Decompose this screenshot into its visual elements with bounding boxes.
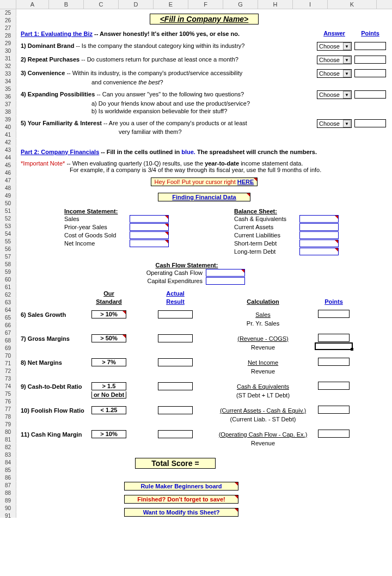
row-header-44[interactable]: 44 — [0, 154, 16, 162]
balance-input-2[interactable] — [299, 231, 339, 239]
row-header-51[interactable]: 51 — [0, 207, 16, 215]
balance-input-0[interactable] — [299, 215, 339, 223]
row-header-45[interactable]: 45 — [0, 162, 16, 169]
row-header-42[interactable]: 42 — [0, 139, 16, 146]
row-header-64[interactable]: 64 — [0, 307, 16, 314]
row-header-62[interactable]: 62 — [0, 291, 16, 299]
row-header-67[interactable]: 67 — [0, 329, 16, 337]
q2-dropdown[interactable]: Choose ▼ — [317, 56, 352, 64]
row-header-54[interactable]: 54 — [0, 230, 16, 238]
row-header-82[interactable]: 82 — [0, 444, 16, 451]
q1-points[interactable] — [354, 42, 386, 50]
selected-cell-outline[interactable] — [315, 342, 353, 350]
row-header-88[interactable]: 88 — [0, 489, 16, 497]
row-header-40[interactable]: 40 — [0, 124, 16, 131]
row-header-29[interactable]: 29 — [0, 40, 16, 47]
hint-cursor-here[interactable]: Hey Fool! Put your cursor right HERE — [151, 177, 258, 186]
row-header-56[interactable]: 56 — [0, 246, 16, 253]
row-header-85[interactable]: 85 — [0, 467, 16, 474]
col-header-G[interactable]: G — [223, 0, 258, 9]
row-header-36[interactable]: 36 — [0, 93, 16, 101]
metric-0-points[interactable] — [318, 310, 350, 318]
row-header-52[interactable]: 52 — [0, 215, 16, 223]
row-header-38[interactable]: 38 — [0, 108, 16, 116]
row-header-70[interactable]: 70 — [0, 352, 16, 360]
cashflow-input-1[interactable] — [206, 277, 245, 285]
row-header-60[interactable]: 60 — [0, 276, 16, 284]
row-header-65[interactable]: 65 — [0, 314, 16, 322]
col-header-F[interactable]: F — [188, 0, 223, 9]
row-header-77[interactable]: 77 — [0, 406, 16, 413]
row-header-90[interactable]: 90 — [0, 505, 16, 512]
q3-points[interactable] — [354, 69, 386, 77]
part1-link[interactable]: Part 1: Evaluating the Biz — [21, 30, 93, 37]
income-input-0[interactable] — [130, 215, 169, 223]
row-header-89[interactable]: 89 — [0, 497, 16, 505]
col-header-B[interactable]: B — [49, 0, 84, 9]
row-header-75[interactable]: 75 — [0, 390, 16, 398]
metric-3-points[interactable] — [318, 382, 350, 390]
col-header-I[interactable]: I — [293, 0, 328, 9]
row-header-31[interactable]: 31 — [0, 55, 16, 63]
footer-modify[interactable]: Want to Modify this Sheet? — [124, 508, 238, 517]
row-header-26[interactable]: 26 — [0, 17, 16, 24]
col-header-C[interactable]: C — [84, 0, 119, 9]
balance-input-1[interactable] — [299, 223, 339, 231]
metric-5-result[interactable] — [158, 430, 193, 438]
metric-1-points[interactable] — [318, 334, 350, 342]
fill-handle-icon[interactable] — [351, 348, 353, 351]
row-header-66[interactable]: 66 — [0, 322, 16, 329]
q4-dropdown[interactable]: Choose ▼ — [317, 90, 352, 99]
metric-3-result[interactable] — [158, 382, 193, 390]
metric-0-result[interactable] — [158, 310, 193, 318]
q1-dropdown[interactable]: Choose ▼ — [317, 42, 352, 51]
row-header-25[interactable]: 25 — [0, 9, 16, 17]
hint-finding-data[interactable]: Finding Financial Data — [158, 193, 250, 201]
q2-points[interactable] — [354, 56, 386, 64]
q4-points[interactable] — [354, 90, 386, 99]
row-header-48[interactable]: 48 — [0, 185, 16, 192]
row-header-33[interactable]: 33 — [0, 70, 16, 78]
row-header-32[interactable]: 32 — [0, 63, 16, 70]
part2-link[interactable]: Part 2: Company Financials — [21, 149, 99, 155]
metric-1-result[interactable] — [158, 334, 193, 342]
row-header-91[interactable]: 91 — [0, 512, 16, 518]
balance-input-4[interactable] — [299, 248, 339, 255]
cashflow-input-0[interactable] — [206, 269, 245, 277]
q5-dropdown[interactable]: Choose ▼ — [317, 119, 352, 128]
row-header-53[interactable]: 53 — [0, 223, 16, 230]
row-header-46[interactable]: 46 — [0, 169, 16, 177]
col-header-E[interactable]: E — [154, 0, 188, 9]
income-input-1[interactable] — [130, 223, 169, 231]
row-header-74[interactable]: 74 — [0, 383, 16, 390]
footer-save[interactable]: Finished? Don't forget to save! — [124, 495, 238, 504]
company-name-input[interactable]: <Fill in Company Name> — [150, 14, 259, 24]
row-header-34[interactable]: 34 — [0, 78, 16, 85]
row-header-57[interactable]: 57 — [0, 253, 16, 261]
row-header-80[interactable]: 80 — [0, 428, 16, 436]
col-header-K[interactable]: K — [328, 0, 377, 9]
row-header-30[interactable]: 30 — [0, 47, 16, 55]
row-header-61[interactable]: 61 — [0, 284, 16, 291]
metric-4-result[interactable] — [158, 406, 193, 414]
row-header-27[interactable]: 27 — [0, 24, 16, 32]
row-header-59[interactable]: 59 — [0, 268, 16, 276]
row-header-50[interactable]: 50 — [0, 200, 16, 207]
row-header-63[interactable]: 63 — [0, 299, 16, 307]
row-header-28[interactable]: 28 — [0, 32, 16, 40]
row-header-68[interactable]: 68 — [0, 337, 16, 345]
row-header-87[interactable]: 87 — [0, 482, 16, 489]
row-header-39[interactable]: 39 — [0, 116, 16, 124]
row-header-72[interactable]: 72 — [0, 367, 16, 375]
row-header-37[interactable]: 37 — [0, 101, 16, 108]
row-header-86[interactable]: 86 — [0, 474, 16, 482]
row-header-83[interactable]: 83 — [0, 451, 16, 459]
balance-input-3[interactable] — [299, 240, 339, 247]
q3-dropdown[interactable]: Choose ▼ — [317, 69, 352, 78]
q5-points[interactable] — [354, 119, 386, 127]
metric-4-points[interactable] — [318, 406, 350, 414]
row-header-47[interactable]: 47 — [0, 177, 16, 185]
row-header-49[interactable]: 49 — [0, 192, 16, 200]
metric-5-points[interactable] — [318, 430, 350, 438]
income-input-3[interactable] — [130, 240, 169, 247]
